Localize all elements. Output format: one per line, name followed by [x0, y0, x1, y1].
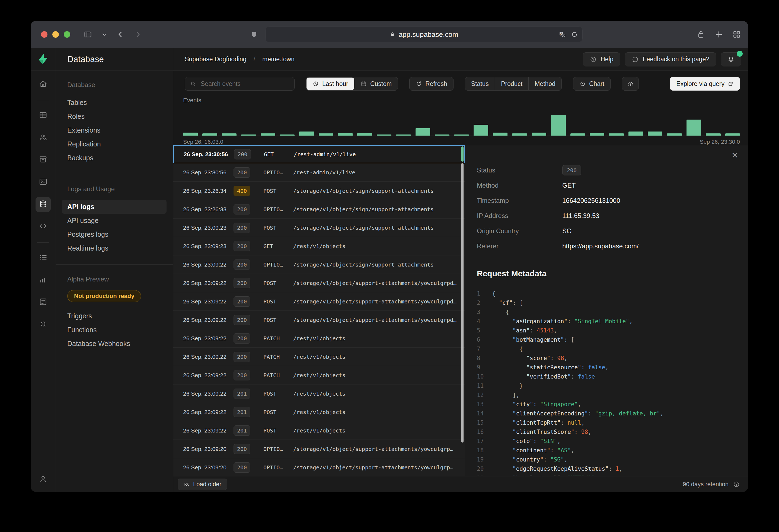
- rail-item-storage[interactable]: [36, 152, 51, 168]
- chart-bar[interactable]: [706, 133, 720, 136]
- chart-bar[interactable]: [512, 133, 527, 136]
- shield-icon[interactable]: [251, 30, 258, 39]
- explore-via-query-button[interactable]: Explore via query: [670, 77, 740, 90]
- supabase-logo[interactable]: [37, 53, 49, 66]
- chart-bar[interactable]: [435, 134, 450, 136]
- back-button[interactable]: [116, 30, 124, 39]
- log-row[interactable]: 26 Sep, 23:09:20200OPTIO…/storage/v1/obj…: [173, 440, 465, 458]
- breadcrumb-project[interactable]: Supabase Dogfooding: [185, 56, 247, 63]
- log-row[interactable]: 26 Sep, 23:09:23200POST/storage/v1/objec…: [173, 218, 465, 237]
- log-row[interactable]: 26 Sep, 23:09:22200PATCH/rest/v1/objects: [173, 348, 465, 366]
- nav-item-realtime-logs[interactable]: Realtime logs: [67, 241, 168, 255]
- nav-item-api-usage[interactable]: API usage: [67, 214, 168, 227]
- log-row[interactable]: 26 Sep, 23:09:23200GET/rest/v1/objects: [173, 237, 465, 255]
- tab-overview-icon[interactable]: [732, 30, 741, 39]
- chart-bar[interactable]: [493, 133, 507, 136]
- nav-item-tables[interactable]: Tables: [67, 96, 168, 110]
- chart-bar[interactable]: [686, 120, 701, 136]
- chart-bar[interactable]: [551, 115, 565, 136]
- log-row[interactable]: 26 Sep, 23:09:22200PATCH/rest/v1/objects: [173, 329, 465, 348]
- feedback-button[interactable]: Feedback on this page?: [625, 52, 716, 66]
- custom-range-button[interactable]: Custom: [355, 77, 398, 90]
- log-row[interactable]: 26 Sep, 23:09:22201POST/rest/v1/objects: [173, 385, 465, 403]
- nav-item-triggers[interactable]: Triggers: [67, 309, 168, 323]
- chart-bar[interactable]: [377, 134, 392, 136]
- rail-item-table-editor[interactable]: [36, 108, 51, 123]
- chart-bar[interactable]: [609, 133, 623, 136]
- chart-bar[interactable]: [628, 132, 643, 136]
- chart-bar[interactable]: [396, 134, 411, 136]
- log-row[interactable]: 26 Sep, 23:09:22201POST/rest/v1/objects: [173, 421, 465, 440]
- new-tab-icon[interactable]: [714, 30, 723, 39]
- log-row[interactable]: 26 Sep, 23:09:22200POST/storage/v1/objec…: [173, 292, 465, 311]
- zoom-window-button[interactable]: [64, 31, 70, 38]
- chart-bar[interactable]: [280, 134, 295, 136]
- rail-item-docs-file[interactable]: [36, 295, 51, 310]
- rail-item-home[interactable]: [36, 77, 51, 92]
- share-icon[interactable]: [697, 30, 705, 39]
- forward-button[interactable]: [134, 30, 142, 39]
- sidebar-toggle-icon[interactable]: [83, 30, 93, 39]
- rail-item-logs-list[interactable]: [36, 250, 51, 265]
- chart-bar[interactable]: [357, 133, 372, 136]
- log-row[interactable]: 26 Sep, 23:26:34400POST/storage/v1/objec…: [173, 182, 465, 200]
- filter-product-button[interactable]: Product: [495, 77, 528, 90]
- nav-item-replication[interactable]: Replication: [67, 137, 168, 151]
- chart-bar[interactable]: [202, 133, 217, 136]
- log-row[interactable]: 26 Sep, 23:30:56200GET/rest-admin/v1/liv…: [173, 145, 465, 163]
- chart-bar[interactable]: [299, 132, 314, 136]
- refresh-button[interactable]: Refresh: [409, 77, 454, 90]
- rail-item-settings-gear[interactable]: [36, 317, 51, 332]
- nav-item-database-webhooks[interactable]: Database Webhooks: [67, 337, 168, 351]
- search-input[interactable]: [201, 80, 289, 87]
- log-row[interactable]: 26 Sep, 23:09:22200POST/storage/v1/objec…: [173, 311, 465, 329]
- chart-bar[interactable]: [183, 133, 198, 136]
- chart-bar[interactable]: [222, 133, 237, 136]
- search-events-field[interactable]: [185, 77, 295, 90]
- nav-item-api-logs[interactable]: API logs: [62, 200, 167, 214]
- chart-bar[interactable]: [571, 133, 585, 136]
- chart-bar[interactable]: [474, 125, 488, 136]
- breadcrumb-page[interactable]: meme.town: [262, 56, 295, 63]
- rail-item-auth-users[interactable]: [36, 130, 51, 145]
- nav-item-extensions[interactable]: Extensions: [67, 123, 168, 137]
- download-logs-button[interactable]: [622, 77, 639, 90]
- address-bar[interactable]: app.supabase.com A: [265, 26, 583, 42]
- log-row[interactable]: 26 Sep, 23:30:56200OPTIO…/rest-admin/v1/…: [173, 163, 465, 182]
- chart-toggle-button[interactable]: Chart: [573, 77, 610, 90]
- filter-method-button[interactable]: Method: [528, 77, 561, 90]
- chevron-down-icon[interactable]: [102, 32, 107, 37]
- rail-item-database[interactable]: [36, 197, 51, 212]
- close-icon[interactable]: ✕: [731, 151, 738, 159]
- chart-bar[interactable]: [590, 133, 604, 136]
- translate-icon[interactable]: A: [558, 30, 566, 38]
- nav-item-roles[interactable]: Roles: [67, 110, 168, 123]
- chart-bar[interactable]: [338, 133, 353, 136]
- load-older-button[interactable]: Load older: [178, 479, 227, 490]
- minimize-window-button[interactable]: [52, 31, 59, 38]
- table-scrollbar[interactable]: [461, 163, 464, 443]
- rail-item-sql-editor[interactable]: [36, 175, 51, 190]
- chart-bar[interactable]: [241, 134, 256, 136]
- chart-bar[interactable]: [532, 133, 546, 136]
- log-row[interactable]: 26 Sep, 23:26:33200OPTIO…/storage/v1/obj…: [173, 200, 465, 218]
- retention-help-icon[interactable]: [733, 481, 740, 488]
- metadata-json-viewer[interactable]: 1{2 "cf": [3 {4 "asOrganization": "SingT…: [477, 289, 737, 476]
- nav-item-postgres-logs[interactable]: Postgres logs: [67, 227, 168, 241]
- chart-bar[interactable]: [261, 133, 275, 136]
- help-button[interactable]: Help: [583, 52, 620, 66]
- chart-bar[interactable]: [648, 132, 662, 136]
- log-row[interactable]: 26 Sep, 23:09:20200OPTIO…/storage/v1/obj…: [173, 458, 465, 476]
- chart-bar[interactable]: [725, 133, 740, 136]
- nav-item-functions[interactable]: Functions: [67, 323, 168, 337]
- reload-icon[interactable]: [571, 30, 578, 38]
- rail-item-reports-chart[interactable]: [36, 272, 51, 288]
- nav-item-backups[interactable]: Backups: [67, 151, 168, 165]
- rail-item-account-user[interactable]: [36, 472, 51, 487]
- last-hour-button[interactable]: Last hour: [306, 77, 354, 90]
- chart-bar[interactable]: [319, 133, 333, 136]
- chart-bar[interactable]: [667, 133, 682, 136]
- filter-status-button[interactable]: Status: [465, 77, 495, 90]
- log-row[interactable]: 26 Sep, 23:09:22200POST/storage/v1/objec…: [173, 274, 465, 292]
- log-row[interactable]: 26 Sep, 23:09:22200PATCH/rest/v1/objects: [173, 366, 465, 385]
